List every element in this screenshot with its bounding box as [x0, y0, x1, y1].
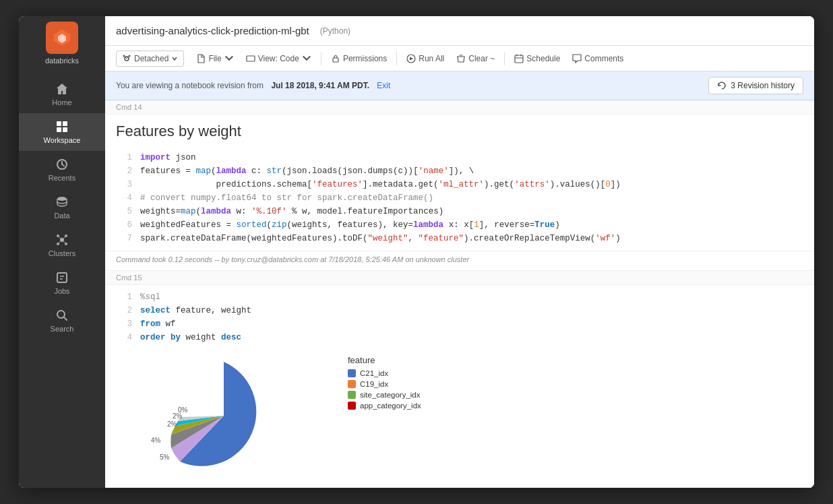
permissions-button[interactable]: Permissions [326, 51, 392, 66]
code-line-6: 6 weightedFeatures = sorted(zip(weights,… [116, 218, 814, 232]
comments-label: Comments [584, 54, 623, 63]
legend-color-3 [348, 402, 356, 410]
legend-item-2: site_category_idx [348, 391, 421, 399]
view-label: View: Code [258, 54, 299, 63]
cell-14-code[interactable]: 1 import json 2 features = map(lambda c:… [105, 146, 814, 251]
code-lines-15: 1 %sql 2 select feature, weight 3 from w… [105, 285, 814, 350]
main-content: advertising-analytics-click-prediction-m… [105, 16, 814, 488]
svg-line-13 [58, 236, 62, 240]
legend-item-3: app_category_idx [348, 402, 421, 410]
legend-color-0 [348, 369, 356, 377]
run-all-label: Run All [419, 54, 444, 63]
cell-14-title: Features by weight [116, 123, 803, 140]
code-line-15-2: 2 select feature, weight [116, 304, 814, 317]
code-line-2: 2 features = map(lambda c: str(json.load… [116, 164, 814, 178]
cell-14-title-row: Features by weight [105, 115, 814, 146]
view-chevron-icon [302, 54, 311, 63]
revision-exit-link[interactable]: Exit [377, 81, 390, 90]
home-icon [55, 82, 69, 96]
revision-history-label: 3 Revision history [731, 81, 795, 90]
toolbar: Detached File View: Code [105, 46, 814, 71]
revision-text-prefix: You are viewing a notebook revision from [116, 81, 264, 90]
sidebar-item-clusters[interactable]: Clusters [19, 226, 105, 264]
svg-text:0%: 0% [178, 406, 188, 414]
sidebar-item-home-label: Home [52, 98, 71, 106]
legend-item-0: C21_idx [348, 369, 421, 377]
svg-rect-5 [63, 127, 67, 132]
svg-rect-17 [57, 273, 67, 282]
workspace-icon [55, 120, 69, 133]
svg-point-7 [57, 197, 67, 201]
code-line-15-1: 1 %sql [116, 290, 814, 304]
cluster-select[interactable]: Detached [116, 51, 184, 67]
file-button[interactable]: File [191, 51, 239, 66]
svg-text:5%: 5% [160, 453, 170, 461]
legend-label-2: site_category_idx [360, 391, 421, 399]
sidebar: databricks Home Workspace Recents [19, 16, 105, 488]
code-line-7: 7 spark.createDataFrame(weightedFeatures… [116, 232, 814, 245]
code-line-15-4: 4 order by weight desc [116, 331, 814, 344]
sidebar-item-clusters-label: Clusters [49, 249, 75, 257]
toolbar-separator-3 [504, 52, 505, 65]
svg-text:4%: 4% [151, 437, 161, 444]
comments-icon [572, 54, 582, 63]
sidebar-item-jobs[interactable]: Jobs [19, 264, 105, 302]
file-chevron-icon [224, 54, 234, 63]
run-icon [406, 54, 416, 63]
svg-rect-30 [515, 55, 523, 63]
revision-banner-text: You are viewing a notebook revision from… [116, 81, 390, 90]
toolbar-separator-1 [321, 52, 321, 65]
sidebar-item-workspace[interactable]: Workspace [19, 113, 105, 151]
legend-label-0: C21_idx [360, 369, 388, 377]
sidebar-item-data[interactable]: Data [19, 189, 105, 226]
svg-rect-27 [247, 56, 255, 61]
chevron-down-icon [171, 55, 178, 62]
lock-icon [331, 54, 340, 63]
chart-legend: feature C21_idx C19_idx site_category_id… [348, 355, 421, 412]
svg-rect-4 [57, 127, 61, 132]
cell-14-output: Command took 0.12 seconds -- by tony.cru… [105, 251, 814, 270]
svg-line-15 [58, 240, 62, 244]
view-button[interactable]: View: Code [241, 51, 317, 66]
pie-chart: 5% 4% 2% 2% 0% [116, 355, 332, 476]
pie-svg: 5% 4% 2% 2% 0% [116, 355, 332, 476]
legend-item-1: C19_idx [348, 380, 421, 388]
code-line-15-3: 3 from wf [116, 317, 814, 331]
sidebar-item-search[interactable]: Search [19, 302, 105, 340]
legend-color-2 [348, 391, 356, 399]
notebook-area[interactable]: Cmd 14 Features by weight 1 import json … [105, 100, 814, 488]
svg-text:2%: 2% [167, 420, 177, 428]
file-label: File [208, 54, 221, 63]
jobs-icon [55, 271, 69, 284]
clear-button[interactable]: Clear ~ [451, 51, 500, 66]
schedule-label: Schedule [526, 54, 560, 63]
comments-button[interactable]: Comments [567, 51, 629, 66]
schedule-button[interactable]: Schedule [509, 51, 565, 66]
toolbar-separator-2 [396, 52, 397, 65]
cell-cmd15: Cmd 15 1 %sql 2 select feature, weight 3 [105, 271, 814, 488]
code-line-1: 1 import json [116, 151, 814, 164]
svg-line-14 [62, 236, 66, 240]
topbar: advertising-analytics-click-prediction-m… [105, 16, 814, 46]
sidebar-brand-label: databricks [45, 57, 79, 65]
cell-15-header: Cmd 15 [105, 271, 814, 285]
svg-rect-2 [57, 121, 61, 126]
sidebar-item-search-label: Search [51, 325, 74, 333]
notebook-lang: (Python) [320, 26, 350, 36]
file-icon [196, 54, 206, 63]
cell-cmd14: Cmd 14 Features by weight 1 import json … [105, 100, 814, 271]
cell-14-header: Cmd 14 [105, 100, 814, 115]
run-all-button[interactable]: Run All [401, 51, 450, 66]
legend-label-3: app_category_idx [360, 402, 421, 410]
clear-icon [456, 54, 466, 63]
revision-history-button[interactable]: 3 Revision history [708, 77, 803, 94]
sidebar-item-recents[interactable]: Recents [19, 151, 105, 189]
code-line-5: 5 weights=map(lambda w: '%.10f' % w, mod… [116, 205, 814, 218]
view-icon [246, 54, 255, 63]
legend-color-1 [348, 380, 356, 388]
history-icon [717, 81, 727, 90]
code-line-4: 4 # convert numpy.float64 to str for spa… [116, 191, 814, 205]
revision-banner: You are viewing a notebook revision from… [105, 71, 814, 100]
sidebar-item-home[interactable]: Home [19, 75, 105, 113]
cell-15-code[interactable]: 1 %sql 2 select feature, weight 3 from w… [105, 285, 814, 350]
